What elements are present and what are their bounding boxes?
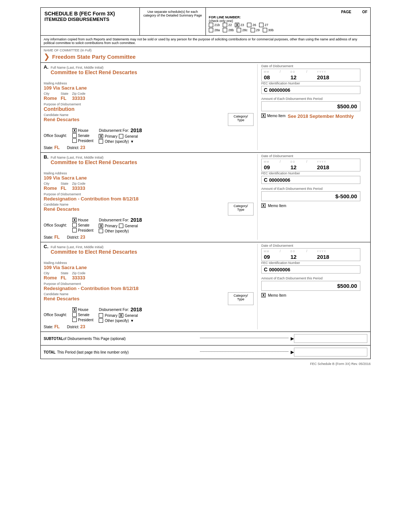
checkbox-28b[interactable] (223, 28, 227, 32)
checkbox-28a[interactable] (209, 28, 213, 32)
entry-c-primary-row: Primary General (99, 313, 142, 318)
entry-c-state-district: State: FL District: 23 (44, 324, 254, 329)
entry-b-date-m: 09 (264, 164, 279, 170)
entry-b-state-block: State FL (61, 182, 68, 191)
schedule-subtitle: ITEMIZED DISBURSEMENTS (44, 17, 136, 22)
entry-c-zip-label: Zip Code (72, 271, 86, 275)
line-23: 23 (235, 23, 244, 27)
checkbox-memo-a[interactable] (261, 113, 266, 118)
entry-c-fec-box: C 00000006 (261, 265, 360, 274)
entry-b-candidate-row: Candidate Name René Descartes Category/ … (44, 203, 254, 216)
line-numbers-row1: 21b 22 23 26 27 (209, 23, 367, 27)
checkbox-house-b[interactable] (72, 218, 77, 222)
checkbox-memo-b[interactable] (261, 203, 266, 208)
checkbox-general-b[interactable] (119, 224, 123, 228)
of-label: OF (362, 10, 367, 14)
entry-b-zip-block: Zip Code 33333 (72, 182, 86, 191)
entry-b-letter: B. (44, 154, 48, 160)
checkbox-senate-c[interactable] (72, 312, 77, 317)
line-27: 27 (259, 23, 268, 27)
entry-a-city: Rome (44, 95, 57, 101)
entry-c-body: Mailing Address 109 Via Sacra Lane City … (41, 261, 370, 332)
subtotal-total-section: SUBTOTALof Disbursements This Page (opti… (40, 332, 371, 359)
entry-b-city-label: City (44, 182, 57, 185)
entry-b-district: District: 23 (67, 235, 85, 240)
entry-b-candidate: René Descartes (44, 206, 224, 212)
checkbox-28c[interactable] (237, 28, 241, 32)
entry-b-fec-prefix: C (264, 177, 268, 183)
entry-b-zip-label: Zip Code (72, 182, 86, 185)
checkbox-27[interactable] (259, 23, 263, 27)
entry-a-purpose-label: Purpose of Disbursement (44, 102, 254, 106)
checkbox-21b[interactable] (209, 23, 213, 27)
check-only-one-label: (check only one) (209, 19, 367, 23)
entry-a-fec-label: FEC Identification Number (261, 82, 367, 85)
line-numbers-row2: 28a 28b 28c 29 30b (209, 28, 367, 32)
entry-c-candidate-block: Candidate Name René Descartes (44, 292, 224, 301)
entry-a-memo-row: Memo Item See 2018 September Monthly (261, 113, 367, 119)
entry-b-date-d: 12 (290, 164, 305, 170)
checkbox-senate-a[interactable] (72, 133, 77, 138)
checkbox-23[interactable] (235, 23, 239, 27)
entry-b-state-district: State: FL District: 23 (44, 235, 254, 240)
entry-a-other-row: Other (specify) ▼ (99, 139, 142, 144)
entry-a-name: Committee to Elect René Descartes (51, 69, 137, 75)
committee-name-section: NAME OF COMMITTEE (In Full) ❯ Freedom St… (40, 47, 371, 63)
entry-b-mailing-label: Mailing Address (44, 171, 254, 175)
entry-b-date-box: M M / D D / Y Y Y Y 09 12 2018 (261, 159, 360, 171)
entry-a-state-label2: State: FL (44, 145, 60, 150)
entry-a-city-label: City (44, 92, 57, 95)
entry-a-memo-text: See 2018 September Monthly (288, 113, 354, 119)
checkbox-primary-b[interactable] (99, 224, 103, 228)
checkbox-22[interactable] (223, 23, 227, 27)
entry-b-office-house: House (72, 218, 93, 222)
line-21b: 21b (209, 23, 220, 27)
entry-b-fec-number: 00000006 (269, 177, 290, 183)
entry-a-right: FEC Identification Number C 00000006 Amo… (257, 82, 367, 150)
checkbox-president-b[interactable] (72, 228, 77, 232)
checkbox-house-a[interactable] (72, 128, 77, 133)
entry-a-date-m: 08 (264, 74, 279, 80)
entry-b-purpose-block: Purpose of Disbursement Redesignation - … (44, 192, 254, 202)
line-22: 22 (223, 23, 232, 27)
entry-a-purpose: Contribution (44, 106, 254, 112)
entry-b-state-label2: State: FL (44, 235, 60, 240)
entry-c-right: FEC Identification Number C 00000006 Amo… (257, 261, 367, 329)
checkbox-president-a[interactable] (72, 138, 77, 143)
checkbox-president-c[interactable] (72, 318, 77, 322)
use-separate-block: Use separate schedule(s) for each catego… (140, 8, 206, 35)
entry-c-fec-number: 00000006 (269, 267, 290, 272)
entry-a-zip: 33333 (72, 95, 86, 101)
checkbox-other-a[interactable] (99, 139, 103, 144)
entry-b-fec-label: FEC Identification Number (261, 171, 367, 175)
checkbox-other-c[interactable] (99, 318, 103, 323)
entry-c-other-row: Other (specify) ▼ (99, 318, 142, 323)
checkbox-29[interactable] (251, 28, 255, 32)
entry-c-fec-prefix: C (264, 267, 268, 272)
checkbox-primary-a[interactable] (99, 134, 103, 138)
checkbox-house-c[interactable] (72, 307, 77, 312)
entry-a-category-label: Category/ Type (233, 115, 248, 122)
entry-a-date-d: 12 (290, 74, 305, 80)
checkbox-primary-c[interactable] (99, 313, 103, 318)
entry-a-zip-label: Zip Code (72, 92, 86, 95)
entry-b-city: Rome (44, 185, 57, 191)
entry-a-fec-prefix: C (264, 87, 268, 93)
entry-c-purpose-block: Purpose of Disbursement Redesignation - … (44, 282, 254, 291)
checkbox-30b[interactable] (263, 28, 267, 32)
checkbox-26[interactable] (247, 23, 251, 27)
entry-c-memo-row: Memo Item (261, 293, 367, 297)
entry-c-fullname-label: Full Name (Last, First, Middle Initial) (51, 245, 137, 249)
checkbox-senate-b[interactable] (72, 223, 77, 227)
checkbox-other-b[interactable] (99, 229, 103, 233)
entry-a-state-val: FL (54, 145, 60, 150)
committee-name-label: NAME OF COMMITTEE (In Full) (44, 48, 367, 52)
checkbox-general-c[interactable] (119, 313, 123, 318)
entry-b-amount: $-500.00 (261, 191, 360, 201)
checkbox-general-a[interactable] (119, 134, 123, 138)
checkbox-memo-c[interactable] (261, 293, 266, 297)
subtotal-amount-field (294, 334, 367, 343)
entry-b-state-val: FL (54, 235, 60, 240)
entry-b-right: FEC Identification Number C 00000006 Amo… (257, 171, 367, 240)
entry-c-mailing-label: Mailing Address (44, 261, 254, 265)
